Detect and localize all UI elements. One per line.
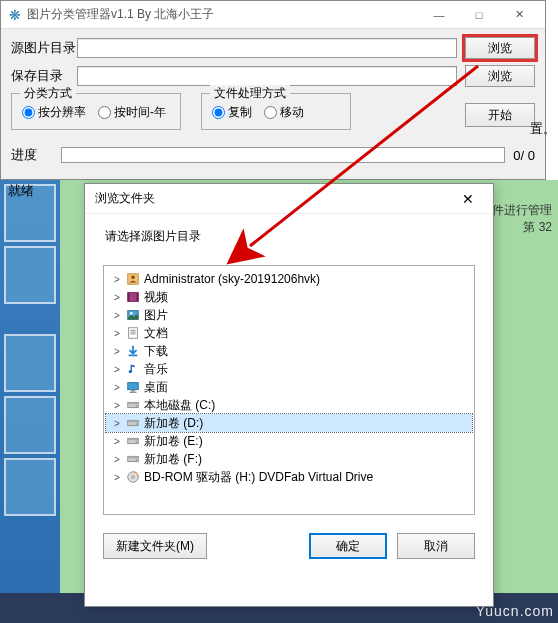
start-button[interactable]: 开始 [465, 103, 535, 127]
cd-icon [124, 470, 142, 484]
svg-rect-23 [128, 438, 139, 440]
tree-item-label: 本地磁盘 (C:) [144, 397, 215, 414]
image-icon [124, 308, 142, 322]
doc-icon [124, 326, 142, 340]
expand-icon[interactable]: > [110, 292, 124, 303]
svg-rect-3 [128, 293, 130, 302]
expand-icon[interactable]: > [110, 364, 124, 375]
tree-item-9[interactable]: >新加卷 (E:) [106, 432, 472, 450]
disk-icon [124, 398, 142, 412]
browse-source-button[interactable]: 浏览 [465, 37, 535, 59]
svg-rect-13 [128, 383, 139, 390]
side-clip-text: 置。 [528, 120, 558, 138]
progress-label: 进度 [11, 146, 61, 164]
maximize-button[interactable]: □ [459, 1, 499, 29]
tree-item-10[interactable]: >新加卷 (F:) [106, 450, 472, 468]
source-dir-label: 源图片目录 [11, 39, 77, 57]
tree-item-label: 音乐 [144, 361, 168, 378]
expand-icon[interactable]: > [110, 382, 124, 393]
svg-point-1 [131, 276, 135, 280]
tree-item-label: Administrator (sky-20191206hvk) [144, 272, 320, 286]
expand-icon[interactable]: > [110, 472, 124, 483]
tree-item-label: 图片 [144, 307, 168, 324]
tree-item-label: 下载 [144, 343, 168, 360]
tree-item-label: 新加卷 (E:) [144, 433, 203, 450]
tree-item-0[interactable]: >Administrator (sky-20191206hvk) [106, 270, 472, 288]
tree-item-7[interactable]: >本地磁盘 (C:) [106, 396, 472, 414]
progress-count: 0/ 0 [513, 148, 535, 163]
expand-icon[interactable]: > [110, 400, 124, 411]
titlebar: ❋ 图片分类管理器v1.1 By 北海小王子 — □ ✕ [1, 1, 545, 29]
tree-item-label: BD-ROM 驱动器 (H:) DVDFab Virtual Drive [144, 469, 373, 486]
tree-item-4[interactable]: >下载 [106, 342, 472, 360]
tree-item-label: 视频 [144, 289, 168, 306]
tree-item-5[interactable]: >音乐 [106, 360, 472, 378]
tree-item-label: 文档 [144, 325, 168, 342]
cancel-button[interactable]: 取消 [397, 533, 475, 559]
tree-item-6[interactable]: >桌面 [106, 378, 472, 396]
dialog-title: 浏览文件夹 [95, 190, 453, 207]
disk-icon [124, 434, 142, 448]
svg-point-21 [136, 423, 137, 424]
expand-icon[interactable]: > [110, 454, 124, 465]
desktop-icon [124, 380, 142, 394]
disk-icon [124, 416, 142, 430]
svg-rect-20 [128, 420, 139, 422]
dialog-subtitle: 请选择源图片目录 [85, 214, 493, 259]
browse-save-button[interactable]: 浏览 [465, 65, 535, 87]
svg-point-12 [129, 370, 133, 373]
svg-rect-17 [128, 402, 139, 404]
tree-item-label: 桌面 [144, 379, 168, 396]
dialog-close-button[interactable]: ✕ [453, 184, 483, 214]
expand-icon[interactable]: > [110, 310, 124, 321]
classify-legend: 分类方式 [20, 85, 76, 102]
app-icon: ❋ [7, 7, 23, 23]
save-dir-label: 保存目录 [11, 67, 77, 85]
new-folder-button[interactable]: 新建文件夹(M) [103, 533, 207, 559]
music-icon [124, 362, 142, 376]
browse-folder-dialog: 浏览文件夹 ✕ 请选择源图片目录 >Administrator (sky-201… [84, 183, 494, 607]
svg-point-24 [136, 441, 137, 442]
svg-rect-4 [137, 293, 139, 302]
expand-icon[interactable]: > [110, 418, 124, 429]
close-button[interactable]: ✕ [499, 1, 539, 29]
svg-rect-14 [131, 390, 135, 392]
tree-item-8[interactable]: >新加卷 (D:) [106, 414, 472, 432]
tree-item-1[interactable]: >视频 [106, 288, 472, 306]
folder-tree[interactable]: >Administrator (sky-20191206hvk)>视频>图片>文… [103, 265, 475, 515]
radio-by-resolution[interactable]: 按分辨率 [22, 104, 86, 121]
svg-point-27 [136, 459, 137, 460]
minimize-button[interactable]: — [419, 1, 459, 29]
video-icon [124, 290, 142, 304]
svg-rect-26 [128, 456, 139, 458]
source-dir-input[interactable] [77, 38, 457, 58]
window-title: 图片分类管理器v1.1 By 北海小王子 [27, 6, 419, 23]
disk-icon [124, 452, 142, 466]
tree-item-3[interactable]: >文档 [106, 324, 472, 342]
tree-item-11[interactable]: >BD-ROM 驱动器 (H:) DVDFab Virtual Drive [106, 468, 472, 486]
radio-by-time[interactable]: 按时间-年 [98, 104, 166, 121]
svg-point-18 [136, 405, 137, 406]
svg-point-29 [132, 476, 135, 479]
progress-bar [61, 147, 505, 163]
expand-icon[interactable]: > [110, 328, 124, 339]
process-legend: 文件处理方式 [210, 85, 290, 102]
svg-point-6 [130, 312, 133, 315]
main-window: ❋ 图片分类管理器v1.1 By 北海小王子 — □ ✕ 源图片目录 浏览 保存… [0, 0, 546, 180]
tree-item-2[interactable]: >图片 [106, 306, 472, 324]
tree-item-label: 新加卷 (D:) [144, 415, 203, 432]
radio-copy[interactable]: 复制 [212, 104, 252, 121]
save-dir-input[interactable] [77, 66, 457, 86]
expand-icon[interactable]: > [110, 436, 124, 447]
radio-move[interactable]: 移动 [264, 104, 304, 121]
tree-item-label: 新加卷 (F:) [144, 451, 202, 468]
download-icon [124, 344, 142, 358]
ok-button[interactable]: 确定 [309, 533, 387, 559]
status-text: 就绪 [0, 180, 42, 202]
expand-icon[interactable]: > [110, 346, 124, 357]
user-icon [124, 272, 142, 286]
expand-icon[interactable]: > [110, 274, 124, 285]
svg-rect-7 [129, 328, 138, 339]
